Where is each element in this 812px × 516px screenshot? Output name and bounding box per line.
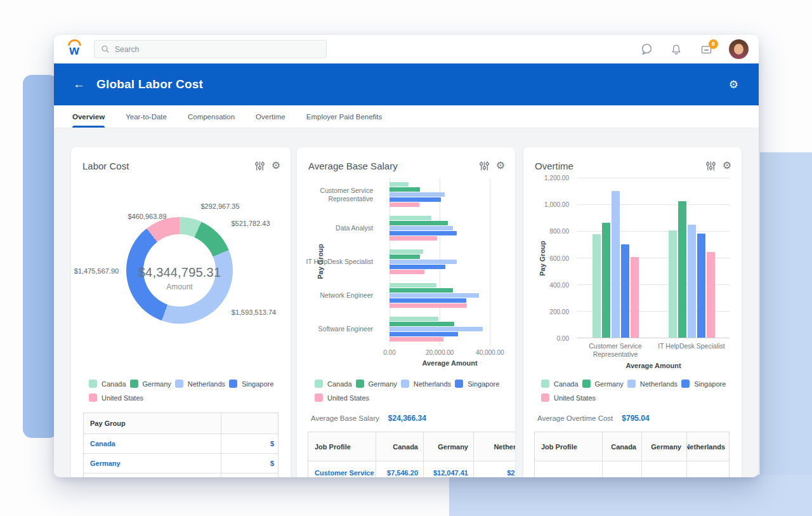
bar-singapore[interactable] [390, 197, 441, 202]
table-cell-link[interactable]: $12,047.41 [433, 469, 468, 477]
search-input[interactable] [115, 45, 320, 54]
workday-logo[interactable]: w [65, 39, 83, 60]
bar-netherlands[interactable] [688, 225, 696, 338]
bar-germany[interactable] [390, 221, 448, 225]
logo-letter: w [65, 44, 83, 56]
inbox-icon[interactable]: 8 [699, 43, 713, 56]
legend-item: Singapore [229, 380, 273, 388]
search-bar[interactable] [94, 40, 327, 58]
topbar-icons: 8 [639, 35, 749, 63]
table-row: Germany$ [84, 453, 278, 473]
chat-icon[interactable] [639, 43, 653, 56]
legend-swatch [627, 380, 636, 388]
legend-item: Germany [582, 380, 624, 388]
bar-canada[interactable] [390, 249, 423, 254]
tab-compensation[interactable]: Compensation [188, 105, 235, 128]
bar-group [390, 279, 510, 312]
overtime-bar-chart [577, 178, 730, 338]
bar-germany[interactable] [602, 223, 610, 338]
bar-category-label: IT HelpDesk Specialist [297, 245, 378, 279]
filter-tune-icon[interactable] [479, 161, 490, 171]
job-profile-table: Job ProfileCanadaGermanyNetherlands [534, 432, 730, 477]
tab-overtime[interactable]: Overtime [256, 105, 285, 128]
bar-canada[interactable] [390, 216, 431, 220]
bar-singapore[interactable] [390, 265, 445, 269]
table-cell-link[interactable]: $ [270, 440, 274, 447]
bar-united-states[interactable] [390, 236, 437, 241]
donut-label-netherlands: $1,593,513.74 [232, 308, 276, 316]
table-header-cell [221, 413, 279, 433]
card-average-base-salary: Average Base Salary ⚙ Pay Group Customer… [297, 147, 515, 477]
filter-tune-icon[interactable] [705, 161, 716, 171]
bar-canada[interactable] [669, 230, 677, 338]
legend-label: Netherlands [414, 380, 451, 388]
table-cell-link[interactable]: $21,907. [507, 469, 515, 477]
table-cell: Germany [84, 454, 221, 473]
page-settings-gear-icon[interactable]: ⚙ [729, 78, 738, 91]
tab-overview[interactable]: Overview [72, 105, 105, 128]
table-cell [535, 461, 602, 477]
tab-employer-paid-benefits[interactable]: Employer Paid Benefits [306, 105, 383, 128]
bar-netherlands[interactable] [390, 327, 483, 331]
back-arrow-icon[interactable]: ← [73, 77, 85, 91]
y-axis-ticks: 0.00200.00400.00600.00800.001,000.001,20… [523, 178, 573, 338]
card-settings-gear-icon[interactable]: ⚙ [723, 161, 731, 171]
bar-united-states[interactable] [707, 252, 715, 338]
bar-germany[interactable] [390, 187, 420, 192]
profile-avatar[interactable] [729, 39, 749, 59]
bar-united-states[interactable] [390, 337, 443, 341]
labor-cost-donut-chart[interactable]: $4,344,795.31 Amount [126, 217, 233, 324]
bar-singapore[interactable] [390, 231, 457, 235]
dashboard-content: Labor Cost ⚙ [54, 128, 759, 477]
table-row [535, 461, 729, 477]
legend-label: Singapore [242, 380, 273, 388]
table-cell-link[interactable]: Canada [90, 440, 115, 447]
card-settings-gear-icon[interactable]: ⚙ [496, 161, 505, 171]
bar-united-states[interactable] [631, 257, 639, 338]
bar-netherlands[interactable] [390, 192, 445, 197]
bar-netherlands[interactable] [390, 293, 479, 298]
legend-item: Germany [356, 380, 397, 388]
table-cell-link[interactable]: $ [270, 460, 274, 467]
bar-germany[interactable] [678, 201, 686, 338]
bar-germany[interactable] [390, 255, 420, 259]
decorative-rectangle-right [760, 152, 812, 516]
donut-label-germany: $521,782.43 [231, 220, 270, 227]
table-cell-link[interactable]: Germany [90, 460, 121, 467]
bar-united-states[interactable] [390, 270, 424, 274]
bar-canada[interactable] [390, 182, 409, 187]
legend-label: Netherlands [188, 380, 225, 388]
bar-singapore[interactable] [697, 234, 705, 338]
legend-label: Singapore [468, 380, 499, 388]
summary-value[interactable]: $795.04 [622, 414, 649, 423]
bar-singapore[interactable] [390, 298, 466, 303]
table-cell-link[interactable]: Customer Service [315, 469, 374, 477]
bar-canada[interactable] [390, 283, 436, 288]
legend-swatch [401, 380, 409, 388]
bar-canada[interactable] [390, 317, 438, 321]
bar-netherlands[interactable] [390, 226, 453, 230]
tab-year-to-date[interactable]: Year-to-Date [126, 105, 167, 128]
bar-netherlands[interactable] [612, 191, 620, 338]
bar-united-states[interactable] [390, 202, 419, 207]
table-header-row: Job ProfileCanadaGermanyNetherlands [535, 432, 729, 461]
summary-label: Average Base Salary [311, 414, 379, 422]
table-row: Customer Service$7,546.20$12,047.41$21,9… [308, 461, 515, 477]
bar-netherlands[interactable] [390, 260, 457, 264]
donut-hole [143, 234, 216, 307]
card-title: Overtime [535, 161, 573, 171]
table-cell-link[interactable]: $7,546.20 [387, 469, 418, 477]
x-tick-label: 20,000.00 [426, 349, 454, 356]
bar-singapore[interactable] [621, 244, 629, 338]
legend-label: Germany [595, 380, 624, 388]
page-header: ← Global Labor Cost ⚙ [54, 63, 759, 105]
bar-germany[interactable] [390, 288, 453, 293]
notifications-bell-icon[interactable] [669, 43, 683, 56]
bar-canada[interactable] [593, 234, 601, 338]
bar-germany[interactable] [390, 322, 454, 326]
table-header-cell: Canada [376, 432, 423, 461]
bar-united-states[interactable] [390, 303, 467, 308]
bar-singapore[interactable] [390, 332, 458, 336]
summary-value[interactable]: $24,366.34 [388, 414, 426, 423]
legend-swatch [356, 380, 364, 388]
